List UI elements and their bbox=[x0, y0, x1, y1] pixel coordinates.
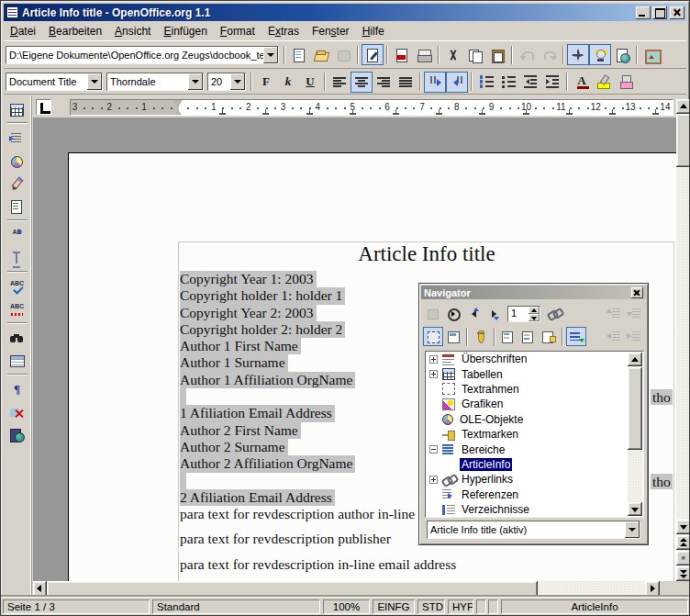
nav-header-button[interactable] bbox=[498, 327, 518, 346]
style-dropdown-icon[interactable] bbox=[87, 73, 102, 90]
size-dropdown-icon[interactable] bbox=[230, 73, 245, 90]
draw-functions-button[interactable] bbox=[6, 173, 28, 194]
menu-ansicht[interactable]: Ansicht bbox=[108, 23, 157, 39]
tree-item-articleinfo[interactable]: ArticleInfo bbox=[426, 457, 643, 472]
rtl-button[interactable] bbox=[446, 72, 468, 93]
data-sources-button[interactable] bbox=[6, 350, 28, 371]
maximize-button[interactable] bbox=[652, 6, 667, 19]
direct-cursor-button[interactable] bbox=[6, 247, 28, 268]
tree-item-textmarken[interactable]: Textmarken bbox=[426, 427, 643, 442]
auto-spellcheck-button[interactable]: ABC bbox=[6, 298, 28, 319]
font-name-combobox[interactable]: Thorndale bbox=[106, 73, 204, 91]
export-pdf-button[interactable] bbox=[391, 44, 413, 65]
tree-toggle-icon[interactable] bbox=[429, 355, 438, 364]
insert-table-button[interactable] bbox=[6, 98, 28, 119]
graphics-onoff-button[interactable] bbox=[6, 401, 28, 422]
tree-item-oleobjekte[interactable]: OLE-Objekte bbox=[426, 412, 643, 427]
tree-item-grafiken[interactable]: Grafiken bbox=[426, 397, 643, 411]
navigator-close-icon[interactable] bbox=[631, 287, 643, 298]
tree-item-textrahmen[interactable]: Textrahmen bbox=[426, 382, 643, 397]
horizontal-ruler[interactable]: 1231234567891011121314 bbox=[70, 99, 673, 116]
url-dropdown-icon[interactable] bbox=[263, 47, 278, 63]
decrease-indent-button[interactable] bbox=[519, 72, 541, 93]
nav-note-button[interactable] bbox=[539, 327, 559, 346]
copy-button[interactable] bbox=[464, 44, 486, 65]
nav-content-button[interactable] bbox=[423, 327, 443, 346]
vertical-scrollbar-track[interactable] bbox=[676, 99, 690, 581]
navigator-window[interactable]: Navigator 1 ÜberschriftenTabellenTextrah… bbox=[418, 283, 649, 545]
active-document-dropdown-icon[interactable] bbox=[625, 521, 640, 538]
tab-type-selector[interactable] bbox=[36, 99, 51, 115]
tree-scrollbar[interactable] bbox=[628, 353, 642, 516]
find-replace-button[interactable] bbox=[6, 327, 28, 348]
nav-switch-button[interactable] bbox=[443, 327, 463, 346]
minimize-button[interactable] bbox=[636, 6, 651, 19]
numbered-list-button[interactable] bbox=[475, 72, 497, 93]
tree-item-referenzen[interactable]: Referenzen bbox=[426, 487, 643, 502]
tree-scrollbar-thumb[interactable] bbox=[628, 367, 642, 450]
spin-down-icon[interactable] bbox=[529, 314, 540, 321]
hyperlink-globe-button[interactable] bbox=[611, 44, 633, 65]
tree-toggle-icon[interactable] bbox=[429, 370, 438, 378]
align-left-button[interactable] bbox=[328, 72, 351, 93]
navigator-title-bar[interactable]: Navigator bbox=[421, 286, 646, 299]
tree-item-bereiche[interactable]: Bereiche bbox=[426, 442, 643, 456]
italic-button[interactable]: k bbox=[277, 72, 299, 93]
nav-footer-button[interactable] bbox=[518, 327, 539, 346]
edit-file-button[interactable] bbox=[362, 44, 384, 65]
menu-extras[interactable]: Extras bbox=[262, 23, 306, 39]
print-button[interactable] bbox=[413, 44, 435, 65]
navigator-button[interactable] bbox=[567, 44, 589, 65]
nav-navigation-button[interactable] bbox=[443, 304, 463, 323]
indent-marker[interactable] bbox=[173, 100, 184, 116]
previous-page-button[interactable] bbox=[676, 535, 690, 550]
insert-object-button[interactable] bbox=[6, 150, 28, 171]
nav-promote-lv-button[interactable] bbox=[604, 327, 624, 346]
menu-bearbeiten[interactable]: Bearbeiten bbox=[42, 23, 108, 39]
nav-prev-button[interactable] bbox=[463, 304, 484, 323]
nav-next-button[interactable] bbox=[484, 304, 504, 323]
vertical-scrollbar-thumb[interactable] bbox=[676, 114, 690, 167]
form-functions-button[interactable] bbox=[6, 196, 28, 217]
title-bar[interactable]: Article Info title - OpenOffice.org 1.1 bbox=[4, 4, 686, 21]
undo-button[interactable] bbox=[516, 44, 538, 65]
tree-item-tabellen[interactable]: Tabellen bbox=[426, 366, 643, 381]
nav-anchor-button[interactable] bbox=[471, 327, 491, 346]
new-document-button[interactable] bbox=[288, 44, 310, 65]
align-right-button[interactable] bbox=[373, 72, 395, 93]
next-page-button[interactable] bbox=[676, 566, 690, 581]
scroll-down-button[interactable] bbox=[676, 520, 690, 534]
font-size-combobox[interactable]: 20 bbox=[207, 73, 246, 91]
nav-promote-ch-button[interactable] bbox=[604, 304, 624, 323]
tree-scroll-up-button[interactable] bbox=[628, 353, 642, 366]
ltr-button[interactable] bbox=[424, 72, 446, 93]
tree-scroll-down-button[interactable] bbox=[628, 502, 642, 516]
navigation-dot-button[interactable] bbox=[676, 551, 690, 566]
align-justify-button[interactable] bbox=[395, 72, 417, 93]
nav-listbox-button[interactable] bbox=[566, 327, 586, 346]
save-button[interactable] bbox=[332, 44, 354, 65]
tree-toggle-icon[interactable] bbox=[429, 445, 438, 454]
redo-button[interactable] bbox=[538, 44, 560, 65]
para-bg-button[interactable] bbox=[615, 72, 637, 93]
insert-fields-button[interactable] bbox=[6, 127, 28, 148]
highlight-button[interactable] bbox=[593, 72, 615, 93]
online-layout-button[interactable] bbox=[6, 424, 28, 445]
font-color-button[interactable]: A bbox=[571, 72, 593, 93]
paste-button[interactable] bbox=[486, 44, 508, 65]
gallery-button[interactable] bbox=[640, 44, 662, 65]
autotext-button[interactable]: AB bbox=[6, 224, 28, 245]
tree-item-verzeichnisse[interactable]: Verzeichnisse bbox=[426, 502, 643, 517]
close-button[interactable] bbox=[670, 6, 684, 19]
bullet-list-button[interactable] bbox=[497, 72, 519, 93]
page-number-spinbox[interactable]: 1 bbox=[507, 306, 540, 322]
menu-einfgen[interactable]: Einfügen bbox=[157, 23, 213, 39]
horizontal-scrollbar-thumb[interactable] bbox=[47, 581, 538, 597]
align-center-button[interactable] bbox=[351, 72, 373, 93]
tree-item-berschriften[interactable]: Überschriften bbox=[426, 352, 643, 366]
menu-datei[interactable]: Datei bbox=[4, 23, 42, 39]
font-dropdown-icon[interactable] bbox=[188, 73, 203, 90]
open-button[interactable] bbox=[310, 44, 332, 65]
cut-button[interactable] bbox=[442, 44, 464, 65]
url-combobox[interactable]: D:\Eigene Dokumente\OpenOffice.org Zeugs… bbox=[6, 46, 279, 64]
